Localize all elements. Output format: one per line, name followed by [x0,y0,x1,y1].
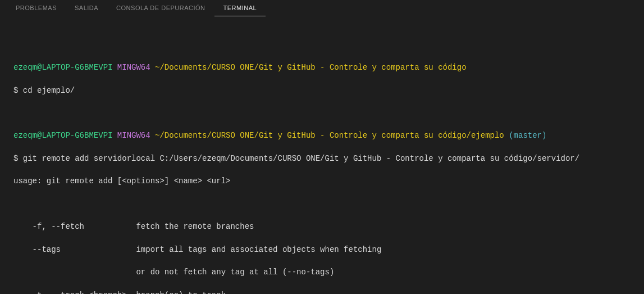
terminal-content[interactable]: ezeqm@LAPTOP-G6BMEVPI MINGW64 ~/Document… [0,17,644,294]
command-git-remote-add: git remote add servidorlocal C:/Users/ez… [23,154,579,163]
output-option: -f, --fetch fetch the remote branches [13,221,631,232]
command-cd: cd ejemplo/ [23,86,75,95]
tab-problemas[interactable]: PROBLEMAS [7,0,66,16]
output-usage: usage: git remote add [<options>] <name>… [13,175,631,187]
user-host: ezeqm@LAPTOP-G6BMEVPI [13,131,112,140]
command-line: $ cd ejemplo/ [13,85,631,96]
prompt-line: ezeqm@LAPTOP-G6BMEVPI MINGW64 ~/Document… [13,62,631,73]
panel-tabs: PROBLEMAS SALIDA CONSOLA DE DEPURACIÓN T… [0,0,644,17]
command-line: $ git remote add servidorlocal C:/Users/… [13,153,631,164]
output-option: or do not fetch any tag at all (--no-tag… [13,266,631,278]
git-branch: (master) [509,131,546,140]
tab-consola-depuracion[interactable]: CONSOLA DE DEPURACIÓN [107,0,214,16]
shell-name: MINGW64 [117,131,150,140]
prompt-dollar: $ [13,154,18,163]
prompt-line: ezeqm@LAPTOP-G6BMEVPI MINGW64 ~/Document… [13,130,631,141]
tab-salida[interactable]: SALIDA [66,0,107,16]
cwd-path: ~/Documents/CURSO ONE/Git y GitHub - Con… [155,131,504,140]
output-option: --tags import all tags and associated ob… [13,244,631,255]
user-host: ezeqm@LAPTOP-G6BMEVPI [13,63,112,72]
cwd-path: ~/Documents/CURSO ONE/Git y GitHub - Con… [155,63,467,72]
shell-name: MINGW64 [117,63,150,72]
output-option: -t, --track <branch> branch(es) to track [13,290,631,294]
prompt-dollar: $ [13,86,18,95]
tab-terminal[interactable]: TERMINAL [214,0,266,16]
